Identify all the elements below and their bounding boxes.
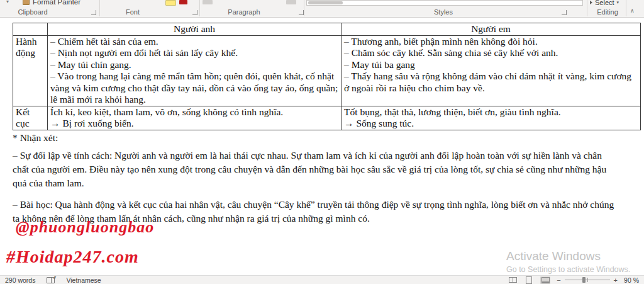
cell-line: → Sống sung túc.: [344, 118, 638, 130]
word-count[interactable]: 290 words: [5, 276, 35, 284]
cell-line: – Thấy hang sâu và rộng không dám vào ch…: [344, 71, 638, 94]
zoom-level[interactable]: 90 %: [621, 276, 639, 284]
table-row-hanh-dong: Hành động – Chiếm hết tài sản của em. – …: [13, 35, 641, 106]
notes-heading: * Nhận xét:: [13, 132, 644, 144]
table-header-row: Người anh Người em: [13, 23, 641, 36]
paragraph-contrast: – Sự đối lập về tính cách: Người anh và …: [13, 149, 615, 190]
status-bar: 290 words ✗ Vietnamese − + 90 %: [0, 275, 644, 284]
cell-line: – Chiếm hết tài sản của em.: [50, 36, 338, 48]
cell-line: Ích kỉ, keo kiệt, tham lam, vô ơn, sống …: [50, 106, 338, 118]
cell-ket-cuc-anh: Ích kỉ, keo kiệt, tham lam, vô ơn, sống …: [48, 106, 341, 130]
zoom-slider-notch: [587, 278, 588, 282]
group-divider: [304, 0, 304, 16]
comparison-table: Người anh Người em Hành động – Chiếm hết…: [13, 23, 641, 130]
format-painter-button[interactable]: Format Painter: [23, 0, 80, 6]
select-cursor-icon: [590, 1, 592, 4]
header-cell-empty: [13, 23, 48, 36]
font-color-icon[interactable]: [179, 0, 187, 4]
format-painter-icon: [23, 0, 30, 5]
cell-line: → Bị rơi xuống biển.: [50, 118, 338, 130]
book-spine: [51, 278, 52, 283]
group-label-font: Font: [108, 8, 158, 16]
select-label: Select: [595, 0, 614, 6]
collapse-ribbon-icon[interactable]: ∧: [630, 8, 635, 14]
cell-line: Tốt bụng, thật thà, lương thiện, biết ơn…: [344, 106, 638, 118]
cell-line: – Chăm sóc cây khế. Sẵn sàng chia sẻ cây…: [344, 47, 638, 59]
group-divider: [99, 0, 100, 16]
zoom-slider[interactable]: [565, 280, 610, 280]
group-label-paragraph: Paragraph: [219, 8, 269, 16]
paragraph-tool-icon[interactable]: [203, 0, 213, 4]
word-window: ▾ Format Painter Select ▾ Clipboard Font…: [0, 0, 644, 284]
cell-line: – May túi chín gang.: [50, 59, 338, 71]
cell-hanh-dong-em: – Thương anh, biết phận mình nên không đ…: [341, 35, 641, 106]
select-button[interactable]: Select ▾: [590, 0, 619, 6]
zoom-out-button[interactable]: −: [557, 276, 560, 284]
cell-line: – Nịnh nọt người em đổi hết tài sản lấy …: [50, 47, 338, 59]
row-label-hanh-dong: Hành động: [13, 35, 48, 106]
paragraph-dialog-launcher-icon[interactable]: [299, 10, 304, 15]
paragraph-tool-icon[interactable]: [286, 0, 296, 4]
read-mode-icon: [509, 277, 517, 283]
watermark-site: #Hoidap247.com: [6, 247, 139, 267]
ribbon: ▾ Format Painter Select ▾ Clipboard Font…: [0, 0, 644, 18]
zoom-slider-handle[interactable]: [582, 277, 586, 283]
activate-windows-subtitle: Go to Settings to activate Windows.: [506, 265, 630, 274]
group-label-styles: Styles: [418, 8, 469, 16]
print-layout-icon: [526, 276, 532, 284]
styles-gallery-scroll[interactable]: [308, 1, 343, 4]
text-highlight-color-icon[interactable]: [165, 0, 176, 6]
group-label-clipboard: Clipboard: [8, 8, 58, 16]
chevron-down-icon: ▾: [617, 0, 619, 5]
proofing-errors-icon[interactable]: ✗: [47, 277, 55, 283]
cell-line: – Thương anh, biết phận mình nên không đ…: [344, 36, 638, 48]
group-divider: [199, 0, 200, 16]
styles-dialog-launcher-icon[interactable]: [562, 10, 567, 15]
activate-windows-watermark: Activate Windows Go to Settings to activ…: [506, 249, 630, 274]
cell-ket-cuc-em: Tốt bụng, thật thà, lương thiện, biết ơn…: [341, 106, 641, 130]
table-row-ket-cuc: Kết cục Ích kỉ, keo kiệt, tham lam, vô ơ…: [13, 106, 641, 130]
read-mode-button[interactable]: [508, 276, 518, 284]
watermark-username: @phuongluongbao: [16, 218, 154, 237]
cell-line: – May túi ba gang: [344, 59, 638, 71]
cell-line: – Vào trong hang lại càng mê mẩn tâm hồn…: [50, 71, 338, 106]
zoom-in-button[interactable]: +: [614, 276, 618, 284]
web-layout-icon: [541, 277, 550, 283]
language-indicator[interactable]: Vietnamese: [66, 276, 101, 284]
cell-hanh-dong-anh: – Chiếm hết tài sản của em. – Nịnh nọt n…: [48, 35, 341, 106]
document-canvas[interactable]: Người anh Người em Hành động – Chiếm hết…: [0, 18, 644, 275]
row-label-ket-cuc: Kết cục: [13, 106, 48, 130]
header-cell-nguoi-anh: Người anh: [48, 23, 341, 36]
print-layout-button[interactable]: [524, 276, 534, 284]
header-cell-nguoi-em: Người em: [341, 23, 641, 36]
web-layout-button[interactable]: [540, 276, 550, 284]
activate-windows-title: Activate Windows: [506, 249, 630, 263]
clipboard-dialog-launcher-icon[interactable]: [91, 10, 96, 15]
font-dialog-launcher-icon[interactable]: [192, 10, 197, 15]
proofing-x-icon: ✗: [53, 275, 57, 280]
styles-gallery[interactable]: [306, 0, 583, 6]
group-label-editing: Editing: [582, 8, 633, 16]
paste-dropdown-icon[interactable]: ▾: [6, 0, 9, 4]
format-painter-label: Format Painter: [33, 0, 80, 6]
